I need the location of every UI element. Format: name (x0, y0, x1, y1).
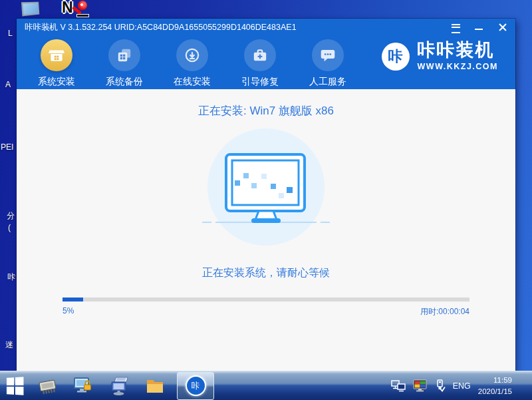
desktop-n-key-icon[interactable]: N (62, 0, 92, 19)
nav-item-customer-service[interactable]: 人工服务 (303, 39, 353, 88)
desktop: LAPEI分(咔迷 N 咔咔装机 V 3.1.532.254 URID:A5C8… (0, 0, 532, 400)
install-status-text: 正在安装系统，请耐心等候 (17, 266, 515, 280)
red-key-icon (78, 1, 87, 10)
network-icon[interactable] (391, 380, 406, 392)
system-tray: ENG 11:59 2020/1/15 (391, 375, 532, 396)
window-title: 咔咔装机 V 3.1.532.254 URID:A5C84DD9A1655055… (25, 22, 297, 33)
desktop-icon-label-fragment: ( (8, 224, 11, 232)
n-letter-glyph: N (62, 0, 73, 17)
boot-repair-icon (244, 39, 276, 71)
taskbar-kaka-installer-button[interactable]: 咔 (177, 372, 214, 400)
minimize-icon[interactable] (474, 23, 484, 32)
taskbar: 咔 (0, 371, 532, 400)
clock-time: 11:59 (478, 375, 512, 385)
close-icon[interactable] (497, 23, 507, 32)
desktop-icon-label-fragment: 分 (7, 212, 15, 220)
nav-item-online-install[interactable]: 在线安装 (167, 39, 217, 88)
display-settings-icon[interactable] (413, 379, 428, 392)
elapsed-time: 用时:00:00:04 (420, 306, 469, 317)
screen-lock-icon[interactable] (73, 376, 93, 396)
nav-item-system-install[interactable]: 系统安装 (31, 39, 82, 88)
nav-label: 引导修复 (241, 76, 279, 88)
clock-date: 2020/1/15 (478, 386, 512, 397)
brand-block: 咔 咔咔装机 WWW.KKZJ.COM (382, 41, 498, 71)
customer-service-icon (312, 39, 344, 71)
nav-label: 在线安装 (174, 76, 211, 88)
progress-bar (63, 298, 469, 301)
progress-bar-fill (63, 298, 83, 301)
online-install-icon (176, 39, 208, 71)
start-button[interactable] (0, 371, 29, 400)
install-heading: 正在安装: Win7 旗舰版 x86 (17, 103, 515, 118)
progress-percent: 5% (63, 306, 74, 317)
titlebar[interactable]: 咔咔装机 V 3.1.532.254 URID:A5C84DD9A1655055… (17, 19, 515, 36)
progress-section: 5% 用时:00:00:04 (63, 298, 469, 317)
brand-logo-icon: 咔 (382, 43, 410, 71)
computer-keyboard-icon[interactable] (109, 376, 129, 396)
taskbar-clock[interactable]: 11:59 2020/1/15 (478, 375, 512, 396)
nav-item-system-backup[interactable]: 系统备份 (99, 39, 150, 88)
nav-label: 人工服务 (309, 76, 346, 88)
desktop-icon-label-fragment: 咔 (7, 273, 15, 281)
usb-device-icon[interactable] (435, 379, 446, 392)
windows-logo-icon (7, 377, 24, 395)
brand-name: 咔咔装机 (418, 41, 498, 59)
folder-icon[interactable] (145, 376, 165, 396)
brand-url: WWW.KKZJ.COM (418, 62, 498, 71)
desktop-icon-label-fragment: 迷 (5, 341, 13, 349)
language-indicator[interactable]: ENG (453, 381, 471, 391)
system-install-icon (41, 39, 72, 71)
desktop-icon-label-fragment: A (5, 81, 11, 89)
system-backup-icon (108, 39, 140, 71)
desktop-display-icon[interactable] (21, 2, 39, 17)
kaka-installer-icon: 咔 (186, 375, 206, 396)
memory-chip-icon[interactable] (37, 376, 57, 396)
installer-window: 咔咔装机 V 3.1.532.254 URID:A5C84DD9A1655055… (17, 19, 515, 371)
nav-label: 系统备份 (106, 76, 143, 88)
nav-label: 系统安装 (38, 76, 75, 88)
monitor-illustration-icon (200, 128, 332, 246)
nav-item-boot-repair[interactable]: 引导修复 (235, 39, 285, 88)
window-header: 咔咔装机 V 3.1.532.254 URID:A5C84DD9A1655055… (17, 19, 515, 89)
desktop-icon-label-fragment: L (8, 29, 13, 37)
menu-icon[interactable] (451, 23, 461, 32)
desktop-icon-label-fragment: PEI (1, 143, 13, 151)
